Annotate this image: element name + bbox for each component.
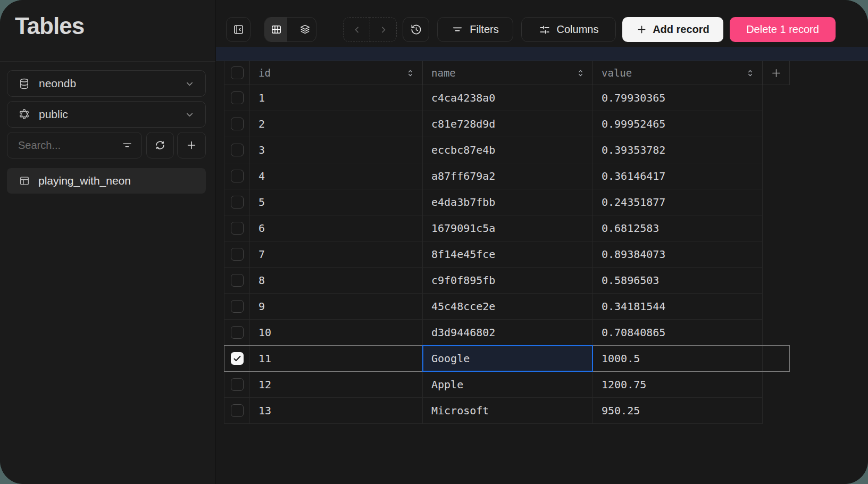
- table-cell-id[interactable]: 12: [250, 372, 423, 398]
- table-cell-name[interactable]: a87ff679a2: [423, 163, 593, 189]
- table-cell-id[interactable]: 3: [250, 137, 423, 163]
- table-cell-name[interactable]: Microsoft: [423, 398, 593, 424]
- filters-button[interactable]: Filters: [437, 17, 513, 42]
- select-all-cell: [224, 61, 250, 85]
- table-cell-id[interactable]: 4: [250, 163, 423, 189]
- table-cell-name[interactable]: Google: [423, 346, 593, 372]
- column-header-name[interactable]: name: [423, 61, 593, 85]
- table-cell-name[interactable]: d3d9446802: [423, 320, 593, 346]
- table-row: 4a87ff679a20.36146417: [224, 163, 790, 189]
- table-cell-name[interactable]: e4da3b7fbb: [423, 189, 593, 215]
- row-checkbox-cell[interactable]: [224, 241, 250, 268]
- row-checkbox-cell[interactable]: [224, 111, 250, 137]
- next-page-button[interactable]: [370, 17, 397, 42]
- row-checkbox-cell[interactable]: [224, 268, 250, 294]
- table-row: 10d3d94468020.70840865: [224, 320, 790, 346]
- row-checkbox-cell[interactable]: [224, 346, 250, 372]
- row-checkbox[interactable]: [231, 248, 244, 261]
- table-cell-id[interactable]: 11: [250, 346, 423, 372]
- table-cell-id[interactable]: 6: [250, 215, 423, 241]
- table-cell-value[interactable]: 0.5896503: [593, 268, 763, 294]
- table-cell-value[interactable]: 0.36146417: [593, 163, 763, 189]
- table-cell-id[interactable]: 9: [250, 294, 423, 320]
- sidebar-table-item[interactable]: playing_with_neon: [7, 168, 206, 194]
- row-checkbox[interactable]: [231, 222, 244, 235]
- sidebar-collapse-icon: [232, 23, 245, 36]
- sort-icon[interactable]: [746, 69, 755, 78]
- row-checkbox[interactable]: [231, 274, 244, 287]
- table-cell-value[interactable]: 0.99952465: [593, 111, 763, 137]
- row-checkbox[interactable]: [231, 144, 244, 156]
- select-all-checkbox[interactable]: [231, 66, 244, 79]
- filter-lines-icon[interactable]: [121, 139, 133, 151]
- table-cell-name[interactable]: c81e728d9d: [423, 111, 593, 137]
- table-row: 61679091c5a0.6812583: [224, 215, 790, 241]
- row-checkbox-cell[interactable]: [224, 294, 250, 320]
- column-header-name-label: name: [431, 67, 576, 79]
- table-row: 1c4ca4238a00.79930365: [224, 85, 790, 111]
- table-cell-id[interactable]: 13: [250, 398, 423, 424]
- row-checkbox[interactable]: [231, 170, 244, 182]
- table-cell-id[interactable]: 5: [250, 189, 423, 215]
- row-checkbox[interactable]: [231, 118, 244, 130]
- row-checkbox-cell[interactable]: [224, 372, 250, 398]
- database-select[interactable]: neondb: [7, 70, 206, 97]
- row-checkbox-cell[interactable]: [224, 398, 250, 424]
- table-cell-name[interactable]: 1679091c5a: [423, 215, 593, 241]
- row-checkbox[interactable]: [231, 326, 244, 339]
- table-cell-value[interactable]: 950.25: [593, 398, 763, 424]
- add-record-button[interactable]: Add record: [622, 17, 723, 42]
- row-checkbox-cell[interactable]: [224, 163, 250, 189]
- row-checkbox[interactable]: [231, 196, 244, 208]
- table-cell-name[interactable]: c9f0f895fb: [423, 268, 593, 294]
- row-checkbox[interactable]: [231, 404, 244, 417]
- toggle-sidebar-button[interactable]: [226, 17, 251, 42]
- table-cell-value[interactable]: 0.70840865: [593, 320, 763, 346]
- add-table-button[interactable]: [177, 132, 206, 158]
- row-checkbox-cell[interactable]: [224, 137, 250, 163]
- row-checkbox-cell[interactable]: [224, 189, 250, 215]
- search-input[interactable]: [18, 139, 121, 152]
- table-cell-value[interactable]: 0.24351877: [593, 189, 763, 215]
- refresh-button[interactable]: [146, 132, 174, 158]
- schema-select[interactable]: public: [7, 101, 206, 128]
- stack-view-button[interactable]: [294, 18, 316, 41]
- row-checkbox[interactable]: [231, 91, 244, 104]
- sort-icon[interactable]: [576, 69, 585, 78]
- grid-view-button[interactable]: [265, 18, 287, 41]
- column-header-id[interactable]: id: [250, 61, 423, 85]
- table-cell-value[interactable]: 1000.5: [593, 346, 763, 372]
- row-checkbox[interactable]: [231, 378, 244, 391]
- table-cell-id[interactable]: 1: [250, 85, 423, 111]
- table-cell-name[interactable]: 45c48cce2e: [423, 294, 593, 320]
- table-cell-name[interactable]: c4ca4238a0: [423, 85, 593, 111]
- table-row: 11Google1000.5: [224, 346, 790, 372]
- row-checkbox-cell[interactable]: [224, 215, 250, 241]
- history-button[interactable]: [403, 17, 429, 42]
- table-cell-id[interactable]: 2: [250, 111, 423, 137]
- column-header-value[interactable]: value: [593, 61, 763, 85]
- table-cell-id[interactable]: 7: [250, 241, 423, 268]
- table-cell-id[interactable]: 10: [250, 320, 423, 346]
- table-cell-value[interactable]: 0.79930365: [593, 85, 763, 111]
- table-cell-name[interactable]: 8f14e45fce: [423, 241, 593, 268]
- table-cell-value[interactable]: 1200.75: [593, 372, 763, 398]
- table-cell-value[interactable]: 0.34181544: [593, 294, 763, 320]
- table-cell-value[interactable]: 0.6812583: [593, 215, 763, 241]
- app-window: Tables neondb: [0, 0, 868, 484]
- table-cell-name[interactable]: Apple: [423, 372, 593, 398]
- row-checkbox[interactable]: [231, 352, 244, 365]
- row-checkbox[interactable]: [231, 300, 244, 313]
- table-cell-id[interactable]: 8: [250, 268, 423, 294]
- delete-record-button[interactable]: Delete 1 record: [730, 17, 836, 42]
- table-cell-value[interactable]: 0.89384073: [593, 241, 763, 268]
- row-checkbox-cell[interactable]: [224, 320, 250, 346]
- table-cell-value[interactable]: 0.39353782: [593, 137, 763, 163]
- sort-icon[interactable]: [406, 69, 415, 78]
- add-record-label: Add record: [653, 23, 710, 36]
- add-column-button[interactable]: [763, 61, 790, 85]
- row-checkbox-cell[interactable]: [224, 85, 250, 111]
- columns-button[interactable]: Columns: [521, 17, 616, 42]
- table-cell-name[interactable]: eccbc87e4b: [423, 137, 593, 163]
- prev-page-button[interactable]: [343, 17, 370, 42]
